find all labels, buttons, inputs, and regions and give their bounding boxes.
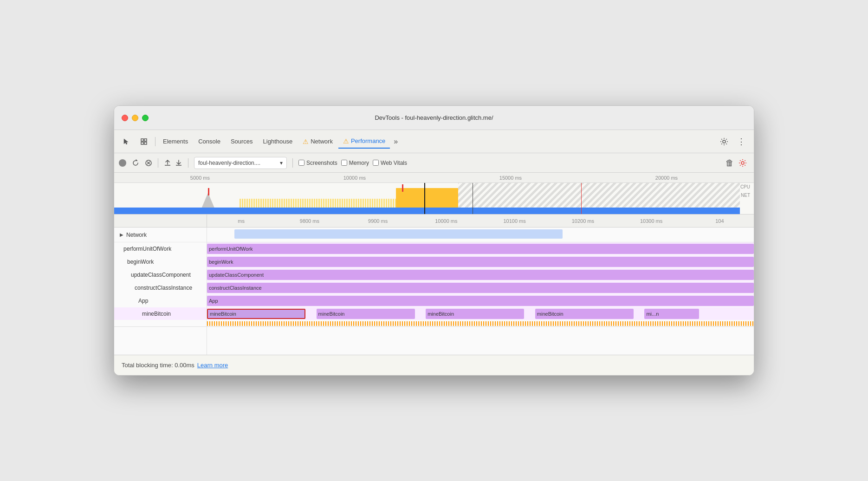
empty-label bbox=[114, 327, 207, 355]
tab-network[interactable]: ⚠ Network bbox=[298, 135, 337, 149]
mine-bitcoin-bar-5[interactable]: mi...n bbox=[644, 309, 699, 319]
flame-row-mine-bitcoin[interactable]: mineBitcoin mineBitcoin mineBitcoin mine… bbox=[114, 307, 754, 320]
window-title: DevTools - foul-heavenly-direction.glitc… bbox=[375, 114, 493, 121]
flame-content-mine-bitcoin: mineBitcoin mineBitcoin mineBitcoin mine… bbox=[207, 307, 754, 320]
tick-ms: ms bbox=[207, 218, 275, 224]
bar-app: App bbox=[207, 296, 754, 306]
url-selector[interactable]: foul-heavenly-direction.... ▾ bbox=[194, 157, 287, 169]
memory-checkbox[interactable] bbox=[341, 160, 347, 166]
timeline-overview[interactable]: 5000 ms 10000 ms 15000 ms 20000 ms bbox=[114, 173, 754, 214]
tick-9900: 9900 ms bbox=[344, 218, 412, 224]
kebab-menu-button[interactable]: ⋮ bbox=[732, 135, 750, 149]
ruler-20000: 20000 ms bbox=[655, 175, 678, 181]
close-button[interactable] bbox=[122, 115, 128, 121]
network-bar-1 bbox=[234, 229, 563, 239]
cpu-activity-1 bbox=[240, 199, 396, 208]
blocking-time-label: Total blocking time: 0.00ms bbox=[122, 362, 194, 369]
kebab-icon: ⋮ bbox=[737, 136, 745, 147]
flame-row-construct-class: constructClassInstance constructClassIns… bbox=[114, 281, 754, 294]
tab-elements[interactable]: Elements bbox=[158, 135, 193, 149]
stop-icon bbox=[145, 160, 152, 166]
network-warning-icon: ⚠ bbox=[303, 138, 309, 145]
flame-content-begin-work: beginWork bbox=[207, 255, 754, 268]
gear-icon bbox=[720, 137, 728, 146]
performance-settings-button[interactable] bbox=[736, 156, 749, 169]
web-vitals-checkbox[interactable] bbox=[373, 160, 379, 166]
status-bar: Total blocking time: 0.00ms Learn more bbox=[114, 355, 754, 375]
screenshots-checkbox[interactable] bbox=[298, 160, 304, 166]
detail-ruler-row: ms 9800 ms 9900 ms 10000 ms 10100 ms 102… bbox=[114, 214, 754, 228]
empty-content bbox=[207, 327, 754, 355]
cpu-peak bbox=[396, 188, 459, 208]
network-section-row[interactable]: ▶ Network bbox=[114, 228, 754, 242]
ruler-left-spacer bbox=[114, 214, 207, 227]
tab-performance[interactable]: ⚠ Performance bbox=[338, 135, 390, 149]
mine-bitcoin-bar-2[interactable]: mineBitcoin bbox=[317, 309, 415, 319]
clear-button[interactable]: 🗑 bbox=[725, 158, 734, 168]
screenshots-checkbox-group[interactable]: Screenshots bbox=[298, 160, 337, 166]
cpu-label: CPU bbox=[740, 183, 750, 191]
stop-button[interactable] bbox=[145, 159, 152, 167]
net-label: NET bbox=[740, 191, 750, 200]
flame-row-perform-unit: performUnitOfWork performUnitOfWork bbox=[114, 242, 754, 255]
separator-1 bbox=[155, 137, 155, 146]
tick-10300: 10300 ms bbox=[617, 218, 686, 224]
upload-button[interactable] bbox=[164, 159, 171, 167]
recording-toolbar: foul-heavenly-direction.... ▾ Screenshot… bbox=[114, 153, 754, 173]
detail-ruler: ms 9800 ms 9900 ms 10000 ms 10100 ms 102… bbox=[207, 214, 754, 227]
tick-10000: 10000 ms bbox=[412, 218, 480, 224]
inspect-tool-button[interactable] bbox=[136, 135, 152, 149]
flame-label-construct-class: constructClassInstance bbox=[114, 281, 207, 294]
mine-bitcoin-bar-selected[interactable]: mineBitcoin bbox=[207, 309, 305, 319]
learn-more-link[interactable]: Learn more bbox=[197, 362, 228, 369]
cursor-icon bbox=[123, 138, 130, 145]
download-button[interactable] bbox=[175, 159, 182, 167]
bar-begin-work: beginWork bbox=[207, 257, 754, 267]
performance-warning-icon: ⚠ bbox=[343, 137, 349, 145]
tab-sources[interactable]: Sources bbox=[226, 135, 258, 149]
performance-gear-icon bbox=[738, 159, 747, 167]
svg-rect-2 bbox=[141, 142, 143, 144]
orange-ticks-content bbox=[207, 320, 754, 326]
tick-104: 104 bbox=[686, 218, 754, 224]
tick-9800: 9800 ms bbox=[275, 218, 343, 224]
settings-button[interactable] bbox=[718, 135, 731, 148]
traffic-lights bbox=[122, 115, 149, 121]
maximize-button[interactable] bbox=[142, 115, 149, 121]
tab-lighthouse[interactable]: Lighthouse bbox=[259, 135, 298, 149]
flame-row-app: App App bbox=[114, 294, 754, 307]
network-expand-arrow[interactable]: ▶ bbox=[120, 232, 123, 237]
web-vitals-checkbox-group[interactable]: Web Vitals bbox=[373, 160, 407, 166]
tab-console[interactable]: Console bbox=[194, 135, 225, 149]
cpu-striped-region bbox=[458, 183, 740, 208]
inspect-icon bbox=[140, 138, 148, 145]
mine-bitcoin-bar-3[interactable]: mineBitcoin bbox=[426, 309, 524, 319]
reload-button[interactable] bbox=[130, 157, 141, 169]
net-bar bbox=[114, 208, 740, 214]
flame-label-mine-bitcoin: mineBitcoin bbox=[114, 307, 207, 320]
tab-bar: Elements Console Sources Lighthouse ⚠ Ne… bbox=[114, 130, 754, 153]
timeline-labels: CPU NET bbox=[740, 183, 750, 200]
network-content bbox=[207, 228, 754, 242]
mine-bitcoin-bar-4[interactable]: mineBitcoin bbox=[535, 309, 634, 319]
red-marker-1 bbox=[208, 188, 209, 195]
bar-construct-class: constructClassInstance bbox=[207, 283, 754, 293]
svg-rect-0 bbox=[141, 139, 143, 141]
reload-icon bbox=[132, 159, 139, 167]
minimize-button[interactable] bbox=[132, 115, 138, 121]
dropdown-arrow: ▾ bbox=[280, 160, 283, 166]
svg-rect-3 bbox=[144, 142, 147, 144]
playhead-line bbox=[424, 183, 425, 214]
cursor-tool-button[interactable] bbox=[118, 135, 135, 149]
svg-point-4 bbox=[723, 140, 725, 143]
overflow-button[interactable]: » bbox=[391, 135, 401, 149]
memory-checkbox-group[interactable]: Memory bbox=[341, 160, 369, 166]
ruler-10000: 10000 ms bbox=[343, 175, 366, 181]
flame-rows-container: performUnitOfWork performUnitOfWork begi… bbox=[114, 242, 754, 355]
orange-tick-marks bbox=[207, 321, 754, 326]
empty-rows bbox=[114, 327, 754, 355]
flame-label-app: App bbox=[114, 294, 207, 307]
record-button[interactable] bbox=[119, 159, 126, 167]
orange-ticks-label-spacer bbox=[114, 320, 207, 326]
bar-update-class: updateClassComponent bbox=[207, 270, 754, 280]
